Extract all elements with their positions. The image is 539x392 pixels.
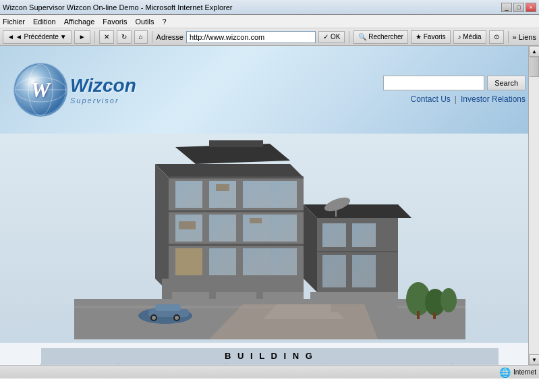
media-button[interactable]: ♪ Média — [453, 30, 486, 44]
table-main-header: B U I L D I N G — [41, 348, 499, 364]
svg-rect-22 — [243, 248, 270, 275]
svg-rect-48 — [155, 304, 181, 311]
svg-rect-33 — [322, 255, 346, 287]
browser-title: Wizcon Supervisor Wizcon On-line Demo - … — [3, 3, 501, 11]
back-dropdown-icon: ▼ — [60, 33, 67, 40]
scroll-down-button[interactable]: ▼ — [529, 354, 539, 365]
address-label: Adresse — [157, 33, 183, 41]
svg-rect-36 — [209, 140, 263, 147]
address-go-button[interactable]: ✓ OK — [318, 31, 345, 43]
toolbar-sep-4 — [508, 31, 509, 43]
status-bar: 🌐 Internet — [0, 365, 539, 379]
header-right: Search Contact Us | Investor Relations — [383, 76, 526, 104]
search-toolbar-button[interactable]: 🔍 Rechercher — [353, 30, 407, 44]
svg-rect-30 — [322, 223, 346, 247]
svg-marker-28 — [304, 204, 317, 292]
status-internet-area: 🌐 Internet — [499, 367, 536, 378]
svg-rect-34 — [352, 255, 376, 287]
logo-brand: Wizcon Supervisor — [70, 75, 136, 105]
svg-marker-7 — [155, 164, 169, 292]
svg-marker-39 — [162, 292, 304, 304]
forward-arrow-icon: ► — [79, 33, 86, 40]
svg-point-52 — [175, 316, 179, 320]
stop-button[interactable]: ✕ — [99, 30, 114, 44]
svg-rect-56 — [417, 311, 420, 319]
close-button[interactable]: × — [526, 3, 536, 12]
menu-affichage[interactable]: Affichage — [64, 18, 95, 26]
svg-rect-20 — [175, 248, 202, 275]
maximize-button[interactable]: □ — [513, 3, 524, 12]
back-arrow-icon: ◄ — [7, 33, 14, 40]
svg-rect-17 — [209, 215, 236, 242]
svg-rect-15 — [270, 181, 297, 208]
address-input[interactable] — [186, 31, 316, 43]
home-button[interactable]: ⌂ — [134, 30, 148, 44]
logo-brand-sub: Supervisor — [70, 96, 136, 105]
logo-circle: W — [13, 63, 67, 117]
svg-rect-42 — [209, 285, 216, 299]
status-internet: Internet — [513, 368, 536, 376]
browser-menubar: Fichier Edition Affichage Favoris Outils… — [0, 15, 539, 28]
address-bar-area: Adresse ✓ OK — [157, 31, 345, 43]
svg-rect-12 — [175, 181, 202, 208]
svg-rect-23 — [270, 248, 297, 275]
table-main-header-row: B U I L D I N G — [41, 348, 499, 364]
site-container: W Wizcon Supervisor Search Contact Us | … — [0, 46, 539, 379]
building-area — [0, 134, 539, 343]
scroll-up-button[interactable]: ▲ — [529, 46, 539, 57]
menu-outils[interactable]: Outils — [135, 18, 154, 26]
search-input[interactable] — [383, 76, 484, 90]
history-button[interactable]: ⊙ — [489, 30, 504, 44]
menu-edition[interactable]: Edition — [33, 18, 56, 26]
logo-letter: W — [31, 78, 50, 102]
svg-rect-25 — [216, 184, 229, 191]
scrollbar-right: ▲ ▼ — [528, 46, 539, 365]
building-illustration — [74, 137, 465, 339]
svg-rect-41 — [162, 279, 172, 299]
back-button[interactable]: ◄ ◄ Précédente ▼ — [3, 30, 72, 44]
minimize-button[interactable]: _ — [501, 3, 512, 12]
svg-marker-40 — [310, 292, 398, 304]
forward-button[interactable]: ► — [74, 30, 90, 44]
svg-marker-6 — [155, 164, 304, 177]
browser-toolbar: ◄ ◄ Précédente ▼ ► ✕ ↻ ⌂ Adresse ✓ OK 🔍 … — [0, 28, 539, 46]
svg-point-50 — [152, 316, 156, 320]
window-controls: _ □ × — [501, 3, 536, 12]
investor-relations-link[interactable]: Investor Relations — [461, 94, 526, 104]
menu-help[interactable]: ? — [163, 18, 167, 26]
svg-rect-31 — [352, 223, 376, 247]
svg-rect-19 — [270, 215, 297, 242]
site-header: W Wizcon Supervisor Search Contact Us | … — [0, 46, 539, 134]
refresh-button[interactable]: ↻ — [117, 30, 132, 44]
logo-brand-main: Wizcon — [70, 75, 136, 96]
menu-fichier[interactable]: Fichier — [3, 18, 25, 26]
nav-divider: | — [455, 94, 457, 104]
toolbar-sep-3 — [349, 31, 349, 43]
svg-rect-24 — [179, 221, 196, 229]
menu-favoris[interactable]: Favoris — [103, 18, 127, 26]
toolbar-sep-1 — [94, 31, 95, 43]
favorites-button[interactable]: ★ Favoris — [411, 30, 451, 44]
scroll-track — [529, 57, 539, 354]
svg-point-55 — [441, 288, 457, 312]
svg-rect-43 — [256, 285, 263, 299]
back-label: ◄ Précédente — [16, 33, 59, 40]
links-button[interactable]: » Liens — [513, 33, 536, 41]
svg-rect-57 — [433, 312, 436, 319]
nav-links: Contact Us | Investor Relations — [410, 94, 526, 104]
toolbar-sep-2 — [152, 31, 152, 43]
search-button[interactable]: Search — [487, 76, 526, 90]
logo-area: W Wizcon Supervisor — [13, 63, 136, 117]
contact-us-link[interactable]: Contact Us — [410, 94, 450, 104]
internet-icon: 🌐 — [499, 367, 511, 378]
scroll-thumb[interactable] — [530, 57, 539, 77]
svg-marker-27 — [304, 204, 412, 218]
browser-titlebar: Wizcon Supervisor Wizcon On-line Demo - … — [0, 0, 539, 15]
svg-rect-14 — [243, 181, 270, 208]
search-row: Search — [383, 76, 526, 90]
svg-rect-26 — [250, 218, 262, 223]
svg-rect-21 — [209, 248, 236, 275]
